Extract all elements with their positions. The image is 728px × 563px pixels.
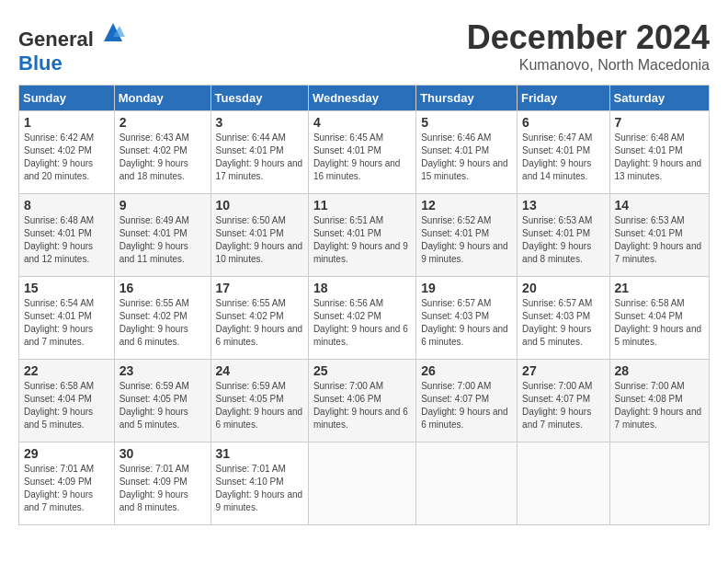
day-info: Sunrise: 6:45 AM Sunset: 4:01 PM Dayligh…: [313, 132, 411, 183]
col-monday: Monday: [114, 86, 210, 111]
day-number: 18: [313, 281, 411, 295]
day-number: 4: [313, 115, 411, 130]
day-info: Sunrise: 6:46 AM Sunset: 4:01 PM Dayligh…: [421, 132, 512, 183]
day-info: Sunrise: 6:50 AM Sunset: 4:01 PM Dayligh…: [216, 214, 303, 266]
day-number: 9: [119, 198, 206, 213]
col-saturday: Saturday: [609, 86, 709, 111]
calendar-week-row: 1 Sunrise: 6:42 AM Sunset: 4:02 PM Dayli…: [19, 111, 710, 194]
table-row: 13 Sunrise: 6:53 AM Sunset: 4:01 PM Dayl…: [518, 194, 609, 277]
day-info: Sunrise: 7:01 AM Sunset: 4:09 PM Dayligh…: [24, 463, 109, 514]
table-row: 23 Sunrise: 6:59 AM Sunset: 4:05 PM Dayl…: [114, 360, 210, 442]
day-number: 1: [24, 115, 109, 130]
day-info: Sunrise: 6:55 AM Sunset: 4:02 PM Dayligh…: [216, 297, 303, 349]
empty-cell: [518, 442, 609, 525]
table-row: 2 Sunrise: 6:43 AM Sunset: 4:02 PM Dayli…: [114, 111, 210, 194]
table-row: 19 Sunrise: 6:57 AM Sunset: 4:03 PM Dayl…: [416, 277, 518, 360]
table-row: 5 Sunrise: 6:46 AM Sunset: 4:01 PM Dayli…: [416, 111, 518, 194]
day-info: Sunrise: 6:53 AM Sunset: 4:01 PM Dayligh…: [522, 214, 604, 266]
logo-text: General Blue: [18, 18, 127, 75]
table-row: 15 Sunrise: 6:54 AM Sunset: 4:01 PM Dayl…: [19, 277, 115, 360]
day-number: 7: [615, 115, 704, 130]
table-row: 10 Sunrise: 6:50 AM Sunset: 4:01 PM Dayl…: [210, 194, 308, 277]
day-info: Sunrise: 6:51 AM Sunset: 4:01 PM Dayligh…: [313, 214, 411, 266]
col-friday: Friday: [518, 86, 609, 111]
day-number: 5: [421, 115, 512, 130]
day-number: 8: [24, 198, 109, 213]
day-info: Sunrise: 6:52 AM Sunset: 4:01 PM Dayligh…: [421, 214, 512, 266]
day-number: 19: [421, 281, 512, 295]
day-number: 25: [313, 363, 411, 378]
table-row: 4 Sunrise: 6:45 AM Sunset: 4:01 PM Dayli…: [308, 111, 415, 194]
logo-blue: Blue: [18, 52, 63, 75]
day-info: Sunrise: 6:57 AM Sunset: 4:03 PM Dayligh…: [421, 297, 512, 349]
table-row: 29 Sunrise: 7:01 AM Sunset: 4:09 PM Dayl…: [19, 442, 115, 525]
day-number: 27: [522, 363, 604, 378]
empty-cell: [609, 442, 709, 525]
day-info: Sunrise: 6:43 AM Sunset: 4:02 PM Dayligh…: [119, 132, 206, 183]
day-number: 23: [119, 363, 206, 378]
day-info: Sunrise: 6:58 AM Sunset: 4:04 PM Dayligh…: [24, 380, 109, 431]
col-wednesday: Wednesday: [308, 86, 415, 111]
calendar-week-row: 15 Sunrise: 6:54 AM Sunset: 4:01 PM Dayl…: [19, 277, 710, 360]
day-info: Sunrise: 6:48 AM Sunset: 4:01 PM Dayligh…: [24, 214, 109, 266]
day-info: Sunrise: 7:00 AM Sunset: 4:07 PM Dayligh…: [522, 380, 604, 431]
day-info: Sunrise: 6:53 AM Sunset: 4:01 PM Dayligh…: [615, 214, 704, 266]
day-number: 20: [522, 281, 604, 295]
day-info: Sunrise: 6:56 AM Sunset: 4:02 PM Dayligh…: [313, 297, 411, 349]
day-number: 2: [119, 115, 206, 130]
day-number: 26: [421, 363, 512, 378]
table-row: 9 Sunrise: 6:49 AM Sunset: 4:01 PM Dayli…: [114, 194, 210, 277]
day-info: Sunrise: 6:55 AM Sunset: 4:02 PM Dayligh…: [119, 297, 206, 349]
day-number: 24: [216, 363, 303, 378]
day-number: 28: [615, 363, 704, 378]
table-row: 17 Sunrise: 6:55 AM Sunset: 4:02 PM Dayl…: [210, 277, 308, 360]
table-row: 26 Sunrise: 7:00 AM Sunset: 4:07 PM Dayl…: [416, 360, 518, 442]
table-row: 14 Sunrise: 6:53 AM Sunset: 4:01 PM Dayl…: [609, 194, 709, 277]
table-row: 20 Sunrise: 6:57 AM Sunset: 4:03 PM Dayl…: [518, 277, 609, 360]
table-row: 1 Sunrise: 6:42 AM Sunset: 4:02 PM Dayli…: [19, 111, 115, 194]
calendar-header-row: Sunday Monday Tuesday Wednesday Thursday…: [19, 86, 710, 111]
day-info: Sunrise: 7:01 AM Sunset: 4:09 PM Dayligh…: [119, 463, 206, 514]
table-row: 7 Sunrise: 6:48 AM Sunset: 4:01 PM Dayli…: [609, 111, 709, 194]
day-info: Sunrise: 6:59 AM Sunset: 4:05 PM Dayligh…: [119, 380, 206, 431]
table-row: 16 Sunrise: 6:55 AM Sunset: 4:02 PM Dayl…: [114, 277, 210, 360]
day-number: 29: [24, 446, 109, 461]
day-number: 11: [313, 198, 411, 213]
table-row: 27 Sunrise: 7:00 AM Sunset: 4:07 PM Dayl…: [518, 360, 609, 442]
day-number: 14: [615, 198, 704, 213]
empty-cell: [308, 442, 415, 525]
table-row: 22 Sunrise: 6:58 AM Sunset: 4:04 PM Dayl…: [19, 360, 115, 442]
table-row: 28 Sunrise: 7:00 AM Sunset: 4:08 PM Dayl…: [609, 360, 709, 442]
day-info: Sunrise: 7:00 AM Sunset: 4:07 PM Dayligh…: [421, 380, 512, 431]
table-row: 30 Sunrise: 7:01 AM Sunset: 4:09 PM Dayl…: [114, 442, 210, 525]
day-info: Sunrise: 6:47 AM Sunset: 4:01 PM Dayligh…: [522, 132, 604, 183]
table-row: 31 Sunrise: 7:01 AM Sunset: 4:10 PM Dayl…: [210, 442, 308, 525]
table-row: 8 Sunrise: 6:48 AM Sunset: 4:01 PM Dayli…: [19, 194, 115, 277]
col-thursday: Thursday: [416, 86, 518, 111]
table-row: 3 Sunrise: 6:44 AM Sunset: 4:01 PM Dayli…: [210, 111, 308, 194]
month-title: December 2024: [467, 18, 710, 57]
logo-icon: [99, 18, 127, 46]
day-number: 3: [216, 115, 303, 130]
day-info: Sunrise: 7:00 AM Sunset: 4:08 PM Dayligh…: [615, 380, 704, 431]
col-tuesday: Tuesday: [210, 86, 308, 111]
table-row: 12 Sunrise: 6:52 AM Sunset: 4:01 PM Dayl…: [416, 194, 518, 277]
calendar-table: Sunday Monday Tuesday Wednesday Thursday…: [18, 85, 710, 525]
day-info: Sunrise: 6:48 AM Sunset: 4:01 PM Dayligh…: [615, 132, 704, 183]
day-number: 22: [24, 363, 109, 378]
day-number: 21: [615, 281, 704, 295]
day-info: Sunrise: 6:49 AM Sunset: 4:01 PM Dayligh…: [119, 214, 206, 266]
day-number: 31: [216, 446, 303, 461]
empty-cell: [416, 442, 518, 525]
day-number: 17: [216, 281, 303, 295]
calendar-week-row: 22 Sunrise: 6:58 AM Sunset: 4:04 PM Dayl…: [19, 360, 710, 442]
table-row: 21 Sunrise: 6:58 AM Sunset: 4:04 PM Dayl…: [609, 277, 709, 360]
table-row: 11 Sunrise: 6:51 AM Sunset: 4:01 PM Dayl…: [308, 194, 415, 277]
day-info: Sunrise: 6:59 AM Sunset: 4:05 PM Dayligh…: [216, 380, 303, 431]
day-info: Sunrise: 6:44 AM Sunset: 4:01 PM Dayligh…: [216, 132, 303, 183]
day-number: 6: [522, 115, 604, 130]
table-row: 6 Sunrise: 6:47 AM Sunset: 4:01 PM Dayli…: [518, 111, 609, 194]
logo-general: General: [18, 28, 94, 51]
page-header: General Blue December 2024 Kumanovo, Nor…: [18, 18, 710, 75]
col-sunday: Sunday: [19, 86, 115, 111]
